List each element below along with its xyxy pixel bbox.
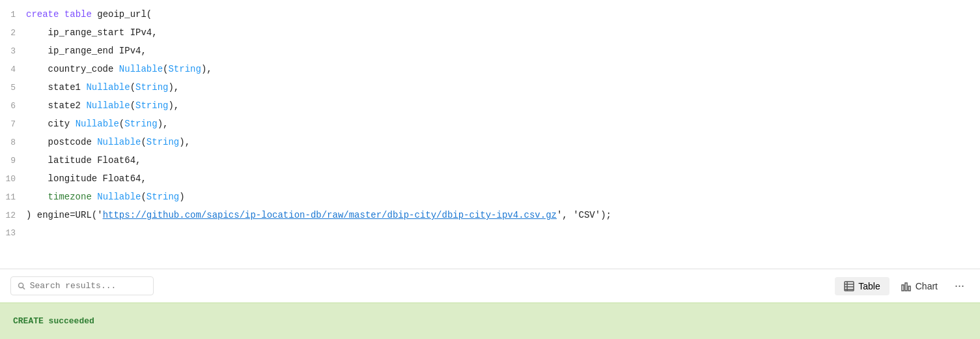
- svg-rect-9: [908, 286, 910, 291]
- code-line: 4 country_code Nullable(String),: [0, 60, 980, 78]
- svg-point-0: [19, 283, 23, 287]
- line-content: longitude Float64,: [26, 170, 980, 188]
- code-line: 2 ip_range_start IPv4,: [0, 23, 980, 42]
- line-content: state2 Nullable(String),: [26, 96, 980, 115]
- line-content: latitude Float64,: [26, 151, 980, 170]
- table-view-button[interactable]: Table: [835, 277, 889, 295]
- more-options-button[interactable]: ···: [949, 275, 970, 297]
- line-content: postcode Nullable(String),: [26, 133, 980, 151]
- code-line: 6 state2 Nullable(String),: [0, 96, 980, 115]
- line-number: 6: [0, 97, 26, 115]
- line-content: ) engine=URL('https://github.com/sapics/…: [26, 206, 980, 224]
- code-line: 3 ip_range_end IPv4,: [0, 42, 980, 60]
- line-number: 2: [0, 24, 26, 42]
- code-line: 12) engine=URL('https://github.com/sapic…: [0, 206, 980, 224]
- status-bar: CREATE succeeded: [0, 302, 980, 339]
- code-line: 8 postcode Nullable(String),: [0, 133, 980, 151]
- svg-rect-7: [902, 285, 904, 291]
- line-number: 7: [0, 115, 26, 134]
- code-line: 5 state1 Nullable(String),: [0, 78, 980, 96]
- line-number: 12: [0, 207, 26, 225]
- search-icon: [18, 282, 26, 291]
- code-line: 13: [0, 224, 980, 243]
- code-line: 11 timezone Nullable(String): [0, 188, 980, 206]
- svg-line-1: [23, 287, 25, 289]
- chart-icon: [901, 281, 912, 291]
- more-icon: ···: [955, 279, 964, 293]
- line-content: ip_range_start IPv4,: [26, 23, 980, 42]
- line-content: ip_range_end IPv4,: [26, 42, 980, 60]
- results-toolbar: Table Chart ···: [0, 269, 980, 302]
- line-number: 13: [0, 224, 26, 243]
- line-number: 4: [0, 61, 26, 79]
- line-content: country_code Nullable(String),: [26, 60, 980, 78]
- svg-rect-8: [905, 283, 907, 291]
- url-link[interactable]: https://github.com/sapics/ip-location-db…: [103, 210, 557, 220]
- line-number: 1: [0, 6, 26, 24]
- search-container[interactable]: [10, 276, 154, 295]
- code-line: 10 longitude Float64,: [0, 170, 980, 188]
- code-line: 1create table geoip_url(: [0, 5, 980, 23]
- code-line: 9 latitude Float64,: [0, 151, 980, 170]
- line-content: create table geoip_url(: [26, 5, 980, 23]
- line-content: state1 Nullable(String),: [26, 78, 980, 96]
- chart-view-button[interactable]: Chart: [892, 277, 947, 295]
- line-number: 10: [0, 170, 26, 188]
- chart-button-label: Chart: [916, 281, 938, 291]
- line-number: 9: [0, 152, 26, 170]
- line-number: 11: [0, 188, 26, 207]
- search-input[interactable]: [30, 281, 147, 291]
- line-number: 8: [0, 134, 26, 152]
- line-number: 5: [0, 79, 26, 97]
- line-content: timezone Nullable(String): [26, 188, 980, 206]
- line-number: 3: [0, 42, 26, 61]
- code-line: 7 city Nullable(String),: [0, 115, 980, 133]
- table-icon: [844, 281, 854, 291]
- table-button-label: Table: [858, 281, 880, 291]
- status-text: CREATE succeeded: [13, 316, 94, 326]
- line-content: city Nullable(String),: [26, 115, 980, 133]
- code-editor: 1create table geoip_url(2 ip_range_start…: [0, 0, 980, 269]
- view-toggle-group: Table Chart ···: [835, 275, 970, 297]
